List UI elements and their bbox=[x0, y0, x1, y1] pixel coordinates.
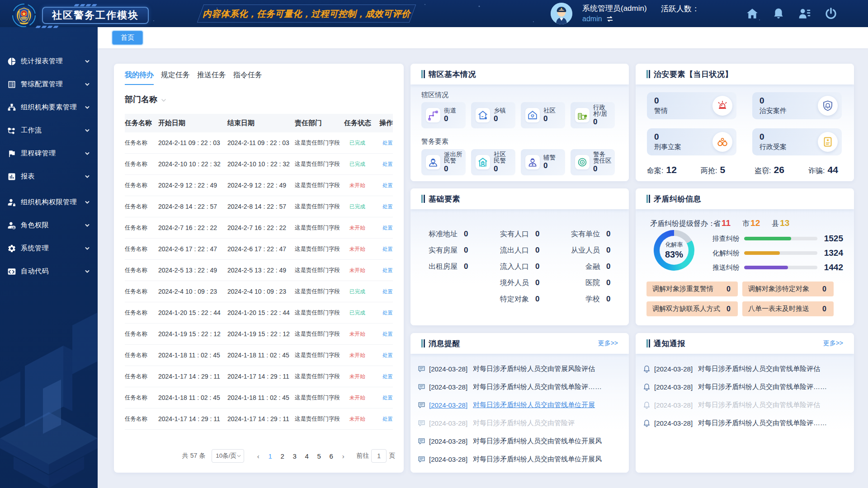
sidebar-item-org-permission[interactable]: 组织机构权限管理 bbox=[0, 191, 98, 214]
notice-item[interactable]: [2024-03-28] 对每日涉矛盾纠纷人员交由管线单险评估 bbox=[643, 396, 843, 414]
home-icon[interactable] bbox=[746, 7, 759, 20]
sidebar-item-statistics[interactable]: 统计报表管理 bbox=[0, 50, 98, 73]
pagination-next[interactable]: › bbox=[337, 452, 349, 460]
message-item[interactable]: [2024-03-28] 对每日涉矛盾纠纷人员交由管线单位开展风 bbox=[418, 450, 618, 468]
sidebar-item-system[interactable]: 系统管理 bbox=[0, 237, 98, 260]
switch-user-icon[interactable] bbox=[606, 16, 614, 22]
task-dept: 这是责任部门字段 bbox=[295, 309, 349, 317]
notice-item[interactable]: [2024-03-28] 对每日涉矛盾纠纷人员交由管线单险评…… bbox=[643, 378, 843, 396]
police-zone-icon bbox=[575, 155, 590, 169]
message-item[interactable]: [2024-03-28] 对每日涉矛盾纠纷人员交由管线单位开展 bbox=[418, 396, 618, 414]
bell-outline-icon bbox=[643, 401, 651, 409]
bar-row-tuisong: 推送纠纷 1442 bbox=[704, 260, 843, 275]
task-name: 任务名称 bbox=[125, 373, 158, 380]
task-action-link[interactable]: 处置 bbox=[382, 140, 393, 145]
bar-track bbox=[744, 251, 817, 255]
pagination-prev[interactable]: ‹ bbox=[252, 452, 264, 460]
task-start: 2024-1-18 11 : 02 : 45 bbox=[158, 394, 227, 401]
pagination-goto-input[interactable] bbox=[371, 449, 387, 463]
task-status: 未开始 bbox=[349, 246, 382, 253]
power-icon[interactable] bbox=[825, 7, 837, 20]
task-start: 2024-1-18 11 : 02 : 45 bbox=[158, 352, 227, 359]
task-name: 任务名称 bbox=[125, 288, 158, 296]
task-action-link[interactable]: 处置 bbox=[382, 395, 393, 400]
handcuffs-icon bbox=[717, 136, 728, 148]
message-more-link[interactable]: 更多>> bbox=[598, 339, 618, 347]
message-item[interactable]: [2024-03-28] 对每日涉矛盾纠纷人员交由管险评 bbox=[418, 414, 618, 432]
bell-icon[interactable] bbox=[772, 7, 785, 20]
app-title-box: 社区警务工作模块 bbox=[42, 7, 149, 24]
sidebar-item-police-config[interactable]: 警综配置管理 bbox=[0, 73, 98, 96]
sidebar-item-auto-code[interactable]: 自动代码 bbox=[0, 260, 98, 283]
security-card-case: 0 治安案件 bbox=[752, 92, 842, 119]
task-tab[interactable]: 推送任务 bbox=[197, 70, 226, 85]
notice-item[interactable]: [2024-03-28] 对每日涉矛盾纠纷人员交由管线单险评…… bbox=[643, 414, 843, 432]
notice-panel-body: [2024-03-28] 对每日涉矛盾纠纷人员交由管线单险评估 [2024-03… bbox=[636, 354, 854, 473]
task-action-link[interactable]: 处置 bbox=[382, 246, 393, 252]
task-name: 任务名称 bbox=[125, 309, 158, 317]
sidebar-item-workflow[interactable]: 工作流 bbox=[0, 119, 98, 142]
pagination-page[interactable]: 1 bbox=[264, 452, 276, 460]
app-title: 社区警务工作模块 bbox=[52, 9, 139, 22]
task-end: 2024-1-18 11 : 02 : 45 bbox=[227, 394, 295, 401]
task-action-link[interactable]: 处置 bbox=[382, 183, 393, 188]
task-action-link[interactable]: 处置 bbox=[382, 289, 393, 294]
basic-stat: 实有房屋 0 bbox=[421, 245, 471, 255]
sidebar-item-role-permission[interactable]: 角色权限 bbox=[0, 214, 98, 237]
flag-icon bbox=[7, 149, 16, 158]
task-status: 已完成 bbox=[349, 203, 382, 210]
task-action-link[interactable]: 处置 bbox=[382, 331, 393, 337]
dispute-warning-button[interactable]: 调解对象涉特定对象 0 bbox=[742, 282, 834, 296]
page-size-select[interactable]: 10条/页 bbox=[212, 449, 244, 463]
dispute-warning-button[interactable]: 八单一表未及时推送 0 bbox=[742, 301, 834, 316]
task-tab[interactable]: 我的待办 bbox=[125, 70, 154, 85]
task-start: 2024-2-8 14 : 22 : 57 bbox=[158, 203, 227, 210]
task-action-link[interactable]: 处置 bbox=[382, 161, 393, 167]
task-end: 2024-2-9 12 : 22 : 49 bbox=[227, 182, 295, 189]
pagination-page[interactable]: 2 bbox=[276, 452, 288, 460]
task-dept: 这是责任部门字段 bbox=[295, 415, 349, 423]
message-item[interactable]: [2024-03-28] 对每日涉矛盾纠纷人员交由管线单险评…… bbox=[418, 378, 618, 396]
pagination-page[interactable]: 6 bbox=[325, 452, 337, 460]
tab-home[interactable]: 首页 bbox=[112, 31, 143, 45]
sidebar-item-milestone[interactable]: 里程碑管理 bbox=[0, 142, 98, 165]
notice-item[interactable]: [2024-03-28] 对每日涉矛盾纠纷人员交由管线单险评估 bbox=[643, 360, 843, 378]
task-action-link[interactable]: 处置 bbox=[382, 310, 393, 315]
sidebar-item-report[interactable]: 报表 bbox=[0, 165, 98, 188]
basic-stat: 流入人口 0 bbox=[471, 262, 542, 272]
task-action-link[interactable]: 处置 bbox=[382, 374, 393, 379]
pagination-page[interactable]: 5 bbox=[313, 452, 325, 460]
sidebar-item-org-elements[interactable]: 组织机构要素管理 bbox=[0, 96, 98, 119]
basic-stat: 实有人口 0 bbox=[471, 229, 542, 239]
title-marker-icon bbox=[421, 70, 425, 78]
security-stat: 两抢: 5 bbox=[701, 164, 755, 176]
task-action-link[interactable]: 处置 bbox=[382, 204, 393, 209]
bell-outline-icon bbox=[643, 419, 651, 427]
task-status: 未开始 bbox=[349, 225, 382, 231]
message-item[interactable]: [2024-03-28] 对每日涉矛盾纠纷人员交由管线单位开展风 bbox=[418, 432, 618, 450]
notice-more-link[interactable]: 更多>> bbox=[823, 339, 843, 347]
app-logo: 社区警务工作模块 bbox=[11, 3, 149, 28]
pagination-page[interactable]: 4 bbox=[301, 452, 313, 460]
task-action-link[interactable]: 处置 bbox=[382, 267, 393, 273]
task-action-link[interactable]: 处置 bbox=[382, 352, 393, 358]
chevron-down-icon bbox=[85, 59, 90, 64]
report-icon bbox=[7, 172, 16, 181]
resolution-donut-chart: 化解率 83% bbox=[654, 230, 694, 271]
task-action-link[interactable]: 处置 bbox=[382, 225, 393, 230]
task-tab[interactable]: 规定任务 bbox=[161, 70, 190, 85]
user-name[interactable]: admin bbox=[582, 15, 602, 23]
contacts-icon[interactable] bbox=[798, 7, 811, 20]
message-item[interactable]: [2024-03-28] 对每日涉矛盾纠纷人员交由管展风险评估 bbox=[418, 360, 618, 378]
pagination-page[interactable]: 3 bbox=[288, 452, 301, 460]
tasks-table-body: 任务名称 2024-2-11 09 : 22 : 03 2024-2-11 09… bbox=[125, 132, 393, 430]
task-action-link[interactable]: 处置 bbox=[382, 416, 393, 422]
dispute-warning-button[interactable]: 调解对象涉重复警情 0 bbox=[646, 282, 738, 296]
task-status: 已完成 bbox=[349, 140, 382, 146]
supervise-city: 市 12 bbox=[742, 218, 760, 229]
user-avatar[interactable] bbox=[551, 3, 572, 24]
task-tab[interactable]: 指令任务 bbox=[233, 70, 262, 85]
dispute-panel-header: 矛盾纠纷信息 bbox=[636, 188, 854, 209]
department-filter[interactable]: 部门名称 bbox=[125, 94, 393, 105]
dispute-warning-button[interactable]: 调解双方缺联系人方式 0 bbox=[646, 301, 738, 316]
